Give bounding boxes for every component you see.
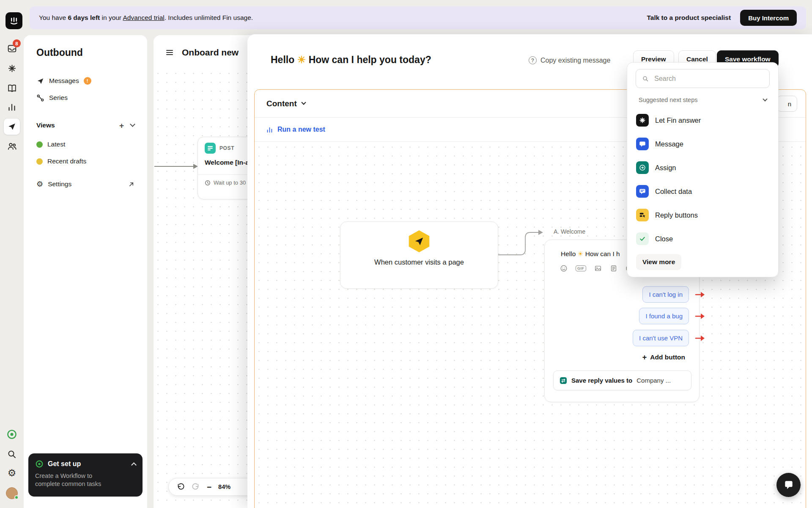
- test-chart-icon: [266, 126, 273, 133]
- intercom-logo[interactable]: [5, 12, 22, 29]
- redo-button[interactable]: [192, 483, 200, 491]
- fin-ai-nav-icon[interactable]: [6, 63, 17, 74]
- menu-item-let-fin-answer[interactable]: Let Fin answer: [627, 108, 778, 132]
- title-text: Hello: [271, 54, 297, 65]
- sun-emoji: ☀: [297, 54, 306, 65]
- knowledge-nav-icon[interactable]: [6, 83, 17, 94]
- unconnected-path-arrow[interactable]: [695, 334, 706, 342]
- save-reply-label: Save reply values to: [571, 377, 632, 384]
- banner-segment: in your: [100, 14, 123, 21]
- workflow-menu-button[interactable]: [162, 45, 177, 60]
- menu-item-close[interactable]: Close: [627, 227, 778, 251]
- reports-nav-icon[interactable]: [6, 102, 17, 113]
- app-root: You have 6 days left in your Advanced tr…: [0, 0, 812, 508]
- menu-item-reply-buttons[interactable]: Reply buttons: [627, 203, 778, 227]
- contacts-nav-icon[interactable]: [6, 141, 17, 152]
- setup-progress-icon[interactable]: [6, 429, 17, 440]
- section-chevron-icon: [763, 97, 767, 101]
- collect-data-icon: [636, 185, 649, 198]
- step-label: A. Welcome: [554, 228, 585, 235]
- add-button[interactable]: + Add button: [642, 353, 685, 361]
- sun-emoji: ☀: [578, 250, 584, 257]
- series-icon: [36, 94, 44, 102]
- reply-button-chip[interactable]: I found a bug: [639, 308, 689, 324]
- message-title: Hello ☀ How can I help you today?: [271, 54, 431, 66]
- get-set-up-title: Get set up: [48, 460, 81, 468]
- settings-nav-icon[interactable]: ⚙: [6, 467, 17, 478]
- advanced-trial-link[interactable]: Advanced trial: [123, 14, 164, 21]
- workflow-hexagon-icon: [408, 230, 431, 252]
- menu-item-label: Reply buttons: [655, 211, 698, 219]
- image-icon[interactable]: [594, 265, 602, 272]
- messenger-launcher[interactable]: [776, 473, 801, 497]
- setup-progress-icon: [35, 460, 44, 468]
- content-chevron-icon: [301, 100, 306, 105]
- emoji-icon[interactable]: [560, 265, 568, 272]
- sidebar-item-latest[interactable]: Latest: [31, 136, 140, 153]
- reply-button-chip[interactable]: I can't log in: [642, 286, 689, 303]
- reply-button-chip[interactable]: I can't use VPN: [633, 330, 689, 346]
- unconnected-path-arrow[interactable]: [695, 291, 706, 298]
- talk-to-specialist-link[interactable]: Talk to a product specialist: [647, 14, 731, 22]
- reply-buttons-icon: [636, 209, 649, 221]
- get-set-up-description: Create a Workflow to complete common tas…: [35, 472, 136, 488]
- gif-icon[interactable]: GIF: [576, 265, 586, 271]
- get-set-up-card[interactable]: Get set up Create a Workflow to complete…: [28, 453, 143, 497]
- undo-button[interactable]: [176, 483, 185, 491]
- paper-plane-icon: [7, 122, 16, 131]
- chat-bubble-icon: [783, 480, 794, 491]
- composer-toolbar: GIF: [560, 265, 633, 272]
- sidebar-views-header: Views +: [31, 117, 140, 134]
- plus-icon: +: [642, 353, 647, 361]
- close-check-icon: [636, 232, 649, 245]
- sidebar-item-settings[interactable]: ⚙ Settings: [31, 176, 140, 193]
- suggested-next-steps-header[interactable]: Suggested next steps: [627, 91, 778, 108]
- banner-segment: . Includes unlimited Fin usage.: [165, 14, 253, 21]
- search-input[interactable]: [653, 75, 763, 83]
- lemon-icon: [36, 158, 43, 165]
- add-view-button[interactable]: +: [119, 121, 124, 130]
- search-nav-icon[interactable]: [6, 449, 17, 460]
- messages-warning-badge: !: [84, 77, 91, 85]
- node-wait-label: Wait up to 30: [214, 179, 246, 186]
- sidebar-item-series[interactable]: Series: [31, 89, 140, 106]
- node-type-tag: POST: [219, 145, 234, 151]
- banner-segment: You have: [39, 14, 68, 21]
- outbound-sidebar: Outbound Messages ! Series Views + Lates…: [24, 35, 147, 508]
- copy-existing-message-link[interactable]: ? Copy existing message: [529, 56, 610, 64]
- clock-icon: [205, 180, 211, 186]
- dropdown-search-box[interactable]: [636, 69, 770, 88]
- outbound-nav-icon-selected[interactable]: [3, 118, 20, 135]
- sidebar-item-messages[interactable]: Messages !: [31, 72, 140, 89]
- unconnected-path-arrow[interactable]: [695, 312, 706, 320]
- views-chevron-down-icon[interactable]: [130, 121, 135, 127]
- save-reply-values-node[interactable]: Save reply values to Company ...: [553, 370, 691, 390]
- sidebar-item-label: Recent drafts: [47, 157, 86, 165]
- assign-icon: [636, 161, 649, 174]
- menu-item-collect-data[interactable]: Collect data: [627, 179, 778, 203]
- menu-item-message[interactable]: Message: [627, 132, 778, 156]
- node-connector: [491, 223, 551, 261]
- chevron-up-icon[interactable]: [131, 462, 137, 468]
- partial-hidden-button[interactable]: n: [777, 96, 797, 112]
- menu-item-label: Collect data: [655, 188, 692, 196]
- sidebar-item-label: Latest: [47, 141, 65, 148]
- post-message-icon: [205, 143, 216, 154]
- buy-intercom-button[interactable]: Buy Intercom: [740, 10, 797, 26]
- run-test-label: Run a new test: [277, 126, 325, 133]
- external-link-icon: [128, 181, 134, 188]
- add-button-label: Add button: [650, 353, 685, 361]
- menu-item-label: Let Fin answer: [655, 116, 701, 124]
- online-status-dot: [14, 495, 19, 500]
- sidebar-item-label: Messages: [49, 77, 79, 85]
- view-more-button[interactable]: View more: [636, 254, 681, 270]
- trigger-node-label: When customer visits a page: [374, 258, 464, 266]
- article-icon[interactable]: [610, 265, 617, 272]
- trial-banner: You have 6 days left in your Advanced tr…: [30, 6, 806, 29]
- zoom-out-button[interactable]: −: [207, 483, 211, 491]
- menu-item-assign[interactable]: Assign: [627, 156, 778, 179]
- message-text: Hello: [561, 250, 578, 257]
- title-text: How can I help you today?: [306, 54, 431, 65]
- trigger-node[interactable]: When customer visits a page: [340, 221, 498, 289]
- sidebar-item-recent-drafts[interactable]: Recent drafts: [31, 153, 140, 170]
